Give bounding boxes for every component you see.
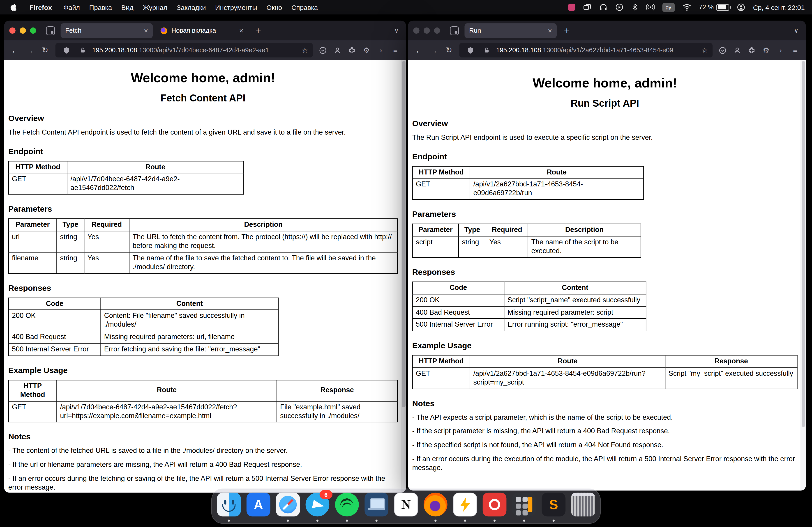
play-status-icon[interactable] <box>615 3 623 12</box>
menubar-clock[interactable]: Ср, 4 сент. 22:01 <box>753 3 805 11</box>
dock-spotify-icon[interactable] <box>335 493 359 517</box>
tab-fetch[interactable]: Fetch × <box>61 23 153 38</box>
close-tab-icon[interactable]: × <box>239 27 243 34</box>
bluetooth-icon[interactable] <box>631 3 638 12</box>
dock-appstore-icon[interactable]: A <box>247 493 271 517</box>
tab-label: Fetch <box>65 27 140 34</box>
window-controls <box>413 28 440 34</box>
running-indicator-dot <box>523 520 525 522</box>
running-indicator-dot <box>228 520 230 522</box>
minimize-window-button[interactable] <box>20 28 26 34</box>
firefox-view-icon[interactable] <box>46 26 55 35</box>
minimize-window-button[interactable] <box>424 28 430 34</box>
menubar-menu[interactable]: Правка <box>85 3 117 11</box>
page-subtitle: Run Script API <box>412 98 798 109</box>
share-icon[interactable]: › <box>374 46 387 54</box>
close-window-button[interactable] <box>9 28 16 34</box>
back-button[interactable]: ← <box>412 46 426 55</box>
bookmark-star-icon[interactable]: ☆ <box>701 46 708 54</box>
menubar-menu[interactable]: Файл <box>59 3 85 11</box>
apple-menu-icon[interactable] <box>9 3 18 12</box>
dock-safari-icon[interactable] <box>276 493 300 517</box>
scrollbar-thumb[interactable] <box>802 61 805 427</box>
pocket-icon[interactable] <box>716 46 729 54</box>
window-stack-icon[interactable] <box>583 3 591 12</box>
spotify-app-icon <box>335 493 359 517</box>
tracking-protection-shield-icon[interactable] <box>60 46 73 54</box>
note-line: - The API expects a script parameter, wh… <box>412 413 798 422</box>
scrollbar-track[interactable] <box>401 60 406 493</box>
battery-status[interactable]: 72 % <box>699 4 729 11</box>
app-menu-icon[interactable]: ≡ <box>389 46 402 54</box>
firefox-view-icon[interactable] <box>450 26 459 35</box>
tab-new-tab[interactable]: Новая вкладка × <box>156 23 248 38</box>
menubar-menu[interactable]: Окно <box>262 3 287 11</box>
menubar-menu[interactable]: Закладки <box>172 3 211 11</box>
account-icon[interactable] <box>731 46 744 54</box>
new-tab-button[interactable]: + <box>251 26 265 35</box>
dock-calculator-icon[interactable] <box>512 493 536 517</box>
reload-button[interactable]: ↻ <box>442 46 456 55</box>
close-tab-icon[interactable]: × <box>548 27 552 34</box>
table-row: GET/api/v1/2a627bbd-1a71-4653-8454-e09d6… <box>412 179 643 200</box>
account-icon[interactable] <box>331 46 344 54</box>
dock-finder-icon[interactable] <box>217 493 241 517</box>
extensions-puzzle-icon[interactable] <box>345 46 358 54</box>
running-indicator-dot <box>434 520 436 522</box>
menubar-app-name[interactable]: Firefox <box>25 3 57 11</box>
forward-button[interactable]: → <box>427 46 441 55</box>
url-bar[interactable]: 195.200.18.108:13000/api/v1/7d04bece-648… <box>56 43 313 58</box>
close-window-button[interactable] <box>413 28 420 34</box>
tracking-protection-shield-icon[interactable] <box>464 46 477 54</box>
dock-sublime-icon[interactable]: S <box>542 493 566 517</box>
scrollbar-thumb[interactable] <box>402 61 406 407</box>
menubar-menu[interactable]: Вид <box>117 3 138 11</box>
dock-bolt-icon[interactable] <box>453 493 477 517</box>
dock-telegram-icon[interactable]: 6 <box>306 493 330 517</box>
menubar-menu[interactable]: Инструменты <box>211 3 262 11</box>
table-row: urlstringYesThe URL to fetch the content… <box>9 231 397 252</box>
input-source-switcher[interactable]: ру <box>662 3 675 12</box>
dock-redapp-icon[interactable] <box>483 493 507 517</box>
dock-firefox-icon[interactable] <box>424 493 448 517</box>
back-button[interactable]: ← <box>8 46 22 55</box>
zoom-window-button[interactable] <box>434 28 440 34</box>
fetch-api-page: Welcome home, admin! Fetch Content API O… <box>4 60 406 493</box>
tab-run[interactable]: Run × <box>464 23 557 38</box>
app-menu-icon[interactable]: ≡ <box>789 46 802 54</box>
wifi-icon[interactable] <box>682 4 691 11</box>
airdrop-icon[interactable] <box>646 3 654 12</box>
settings-gear-icon[interactable]: ⚙ <box>360 46 373 54</box>
reload-button[interactable]: ↻ <box>38 46 52 55</box>
headphones-icon[interactable] <box>599 3 607 12</box>
section-heading-endpoint: Endpoint <box>8 147 398 156</box>
dock-trash-icon[interactable] <box>571 493 595 517</box>
menubar-app-icon-pink[interactable] <box>568 4 575 11</box>
pocket-icon[interactable] <box>317 46 329 54</box>
table-cell: 400 Bad Request <box>412 306 504 319</box>
new-tab-button[interactable]: + <box>560 26 574 35</box>
user-switch-icon[interactable] <box>737 3 745 12</box>
dock-notion-icon[interactable]: N <box>394 493 418 517</box>
lock-icon[interactable] <box>76 47 89 54</box>
lock-icon[interactable] <box>480 47 493 54</box>
url-bar[interactable]: 195.200.18.108:13000/api/v1/2a627bbd-1a7… <box>459 43 712 58</box>
menubar-menu[interactable]: Справка <box>287 3 322 11</box>
forward-button[interactable]: → <box>23 46 37 55</box>
close-tab-icon[interactable]: × <box>144 27 148 34</box>
settings-gear-icon[interactable]: ⚙ <box>760 46 772 54</box>
bookmark-star-icon[interactable]: ☆ <box>302 46 308 54</box>
share-icon[interactable]: › <box>774 46 787 54</box>
example-usage-table: HTTP MethodRouteResponseGET/api/v1/2a627… <box>412 355 798 389</box>
menubar-menu[interactable]: Журнал <box>138 3 172 11</box>
list-all-tabs-icon[interactable]: ∨ <box>794 27 800 34</box>
table-header-cell: Route <box>470 356 665 368</box>
table-header-cell: Required <box>84 219 129 231</box>
note-line: - If the url or filename parameters are … <box>8 460 398 469</box>
dock-laptop-icon[interactable] <box>364 493 388 517</box>
zoom-window-button[interactable] <box>30 28 36 34</box>
list-all-tabs-icon[interactable]: ∨ <box>394 27 401 34</box>
sublime-text-app-icon: S <box>542 493 566 517</box>
extensions-puzzle-icon[interactable] <box>745 46 758 54</box>
scrollbar-track[interactable] <box>800 60 806 491</box>
